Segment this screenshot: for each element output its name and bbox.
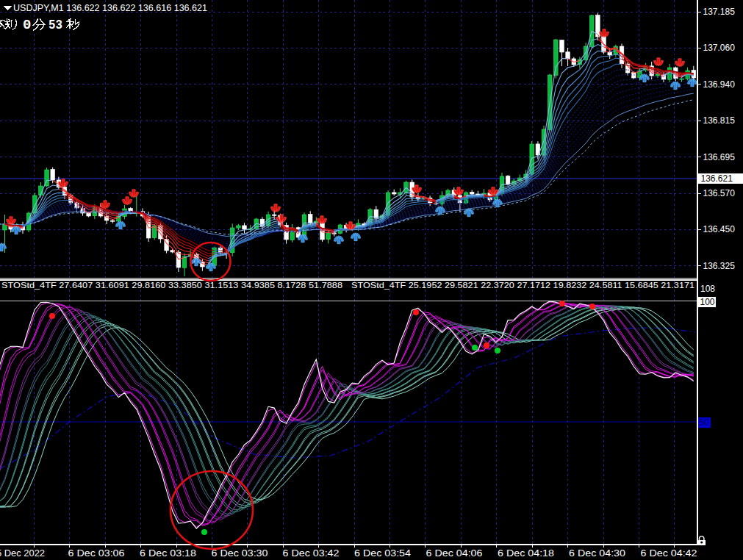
svg-text:136.570: 136.570 — [703, 188, 736, 198]
svg-text:108: 108 — [700, 284, 715, 294]
svg-text:136.450: 136.450 — [703, 224, 736, 234]
svg-text:136.325: 136.325 — [703, 261, 736, 271]
svg-text:100: 100 — [700, 297, 715, 307]
svg-text:50: 50 — [700, 417, 710, 428]
svg-text:6 Dec 03:54: 6 Dec 03:54 — [354, 548, 411, 559]
svg-text:0: 0 — [23, 17, 31, 33]
svg-text:136.815: 136.815 — [703, 115, 736, 126]
svg-text:53: 53 — [49, 17, 62, 33]
svg-text:6 Dec 03:18: 6 Dec 03:18 — [140, 548, 196, 559]
svg-text:USDJPY,M1 136.622 136.622 136: USDJPY,M1 136.622 136.622 136.616 136.62… — [13, 2, 207, 13]
svg-text:137.060: 137.060 — [703, 43, 736, 53]
svg-text:6 Dec 04:06: 6 Dec 04:06 — [426, 548, 483, 559]
svg-text:136.695: 136.695 — [703, 152, 736, 162]
svg-text:STOStd_4TF 27.6407 31.6091 29.: STOStd_4TF 27.6407 31.6091 29.8160 33.38… — [1, 281, 342, 290]
svg-text:136.940: 136.940 — [703, 79, 736, 90]
svg-text:6 Dec 03:06: 6 Dec 03:06 — [68, 548, 125, 559]
svg-text:6 Dec 04:18: 6 Dec 04:18 — [498, 548, 554, 559]
svg-text:6 Dec 04:42: 6 Dec 04:42 — [641, 548, 697, 559]
svg-text:136.621: 136.621 — [701, 173, 733, 184]
svg-text:STOStd_4TF 25.1952 29.5821 22.: STOStd_4TF 25.1952 29.5821 22.3720 27.17… — [351, 281, 694, 290]
svg-text:137.185: 137.185 — [703, 7, 736, 17]
svg-text:6 Dec 04:30: 6 Dec 04:30 — [569, 548, 625, 559]
svg-text:6 Dec 03:30: 6 Dec 03:30 — [212, 548, 268, 559]
svg-text:6 Dec 03:42: 6 Dec 03:42 — [283, 548, 340, 559]
svg-text:5 Dec 2022: 5 Dec 2022 — [0, 548, 45, 559]
